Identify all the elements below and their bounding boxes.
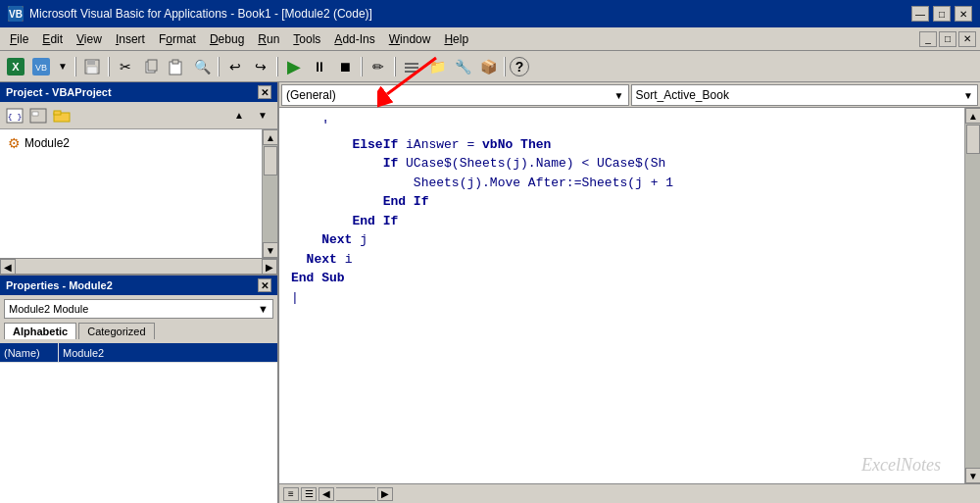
vscroll-up[interactable]: ▲ — [263, 129, 277, 145]
menu-file[interactable]: File — [4, 30, 34, 48]
project-vscrollbar[interactable]: ▲ ▼ — [262, 129, 277, 258]
project-scroll-down[interactable]: ▼ — [252, 105, 273, 126]
mdi-restore[interactable]: □ — [939, 31, 956, 47]
project-tree: ⚙ Module2 — [0, 129, 262, 258]
svg-rect-10 — [148, 60, 157, 71]
project-btn-view-form[interactable] — [27, 105, 49, 126]
sep-3 — [218, 57, 220, 76]
toolbar-pause[interactable]: ⏸ — [308, 55, 331, 78]
menu-bar: File Edit View Insert Format Debug Run T… — [0, 27, 980, 51]
props-val-name: Module2 — [59, 343, 277, 362]
toolbar-run[interactable]: ▶ — [282, 55, 306, 78]
tab-alphabetic[interactable]: Alphabetic — [4, 323, 76, 339]
props-body: Module2 Module ▼ Alphabetic Categorized — [0, 295, 277, 343]
main-layout: Project - VBAProject ✕ { } — [0, 82, 980, 503]
code-line-9: End Sub — [291, 269, 953, 288]
toolbar-copy[interactable] — [139, 55, 163, 78]
svg-text:VB: VB — [35, 63, 47, 73]
footer-icon-1[interactable]: ≡ — [283, 487, 299, 501]
hscroll-left[interactable]: ◀ — [0, 259, 16, 275]
maximize-button[interactable]: □ — [933, 6, 951, 22]
code-vscroll-track — [965, 124, 980, 468]
toolbar-undo[interactable]: ↩ — [223, 55, 247, 78]
footer-hscroll-right[interactable]: ▶ — [377, 487, 393, 501]
menu-insert[interactable]: Insert — [110, 30, 151, 48]
project-panel-close[interactable]: ✕ — [258, 85, 271, 99]
properties-panel-close[interactable]: ✕ — [258, 278, 271, 292]
code-line-5: End If — [291, 192, 953, 212]
code-area[interactable]: ' ElseIf iAnswer = vbNo Then If UCase$(S… — [279, 108, 964, 483]
window-controls[interactable]: — □ ✕ — [911, 6, 972, 22]
code-proc-dropdown[interactable]: Sort_Active_Book ▼ — [631, 84, 979, 106]
hscroll-right[interactable]: ▶ — [262, 259, 277, 275]
footer-icon-2[interactable]: ☰ — [301, 487, 317, 501]
menu-help[interactable]: Help — [438, 30, 474, 48]
toolbar-help[interactable]: ? — [510, 57, 529, 76]
tree-item-module2[interactable]: ⚙ Module2 — [4, 133, 258, 153]
tab-categorized[interactable]: Categorized — [78, 323, 154, 339]
code-vscroll-up[interactable]: ▲ — [965, 108, 980, 124]
minimize-button[interactable]: — — [911, 6, 929, 22]
menu-window[interactable]: Window — [383, 30, 437, 48]
props-object-dropdown[interactable]: Module2 Module ▼ — [4, 299, 273, 319]
toolbar-explorer[interactable]: 📁 — [425, 55, 449, 78]
code-context-dropdown[interactable]: (General) ▼ — [281, 84, 629, 106]
code-line-6: End If — [291, 212, 953, 231]
toolbar-stop[interactable]: ⏹ — [333, 55, 357, 78]
properties-panel-header: Properties - Module2 ✕ — [0, 276, 277, 295]
footer-hscroll-left[interactable]: ◀ — [318, 487, 334, 501]
code-footer: ≡ ☰ ◀ ▶ — [279, 483, 980, 503]
sep-5 — [361, 57, 363, 76]
props-row-name[interactable]: (Name) Module2 — [0, 343, 277, 363]
code-panel: (General) ▼ Sort_Active_Book ▼ ' ElseIf … — [279, 82, 980, 503]
project-panel-header: Project - VBAProject ✕ — [0, 82, 277, 102]
hscroll-track — [16, 259, 262, 274]
code-vscroll-thumb[interactable] — [966, 125, 980, 154]
project-btn-toggle-folder[interactable] — [51, 105, 73, 126]
toolbar-props[interactable] — [400, 55, 423, 78]
vscroll-down[interactable]: ▼ — [263, 242, 277, 258]
svg-text:{ }: { } — [8, 112, 22, 121]
svg-rect-15 — [405, 71, 418, 73]
toolbar-redo[interactable]: ↪ — [249, 55, 272, 78]
menu-tools[interactable]: Tools — [287, 30, 326, 48]
menu-addins[interactable]: Add-Ins — [328, 30, 380, 48]
svg-text:VB: VB — [9, 9, 23, 20]
toolbar-design[interactable]: ✏ — [367, 55, 390, 78]
menu-debug[interactable]: Debug — [204, 30, 250, 48]
code-proc-label: Sort_Active_Book — [636, 88, 729, 102]
menu-format[interactable]: Format — [153, 30, 202, 48]
code-line-4: Sheets(j).Move After:=Sheets(j + 1 — [291, 174, 953, 193]
vscroll-thumb[interactable] — [264, 146, 277, 176]
close-button[interactable]: ✕ — [955, 6, 972, 22]
properties-panel: Properties - Module2 ✕ Module2 Module ▼ … — [0, 274, 277, 503]
code-line-1: ' — [291, 116, 953, 135]
toolbar-excel-icon[interactable]: X — [4, 55, 27, 78]
toolbar: X VB ▼ ✂ 🔍 ↩ ↪ ▶ ⏸ ⏹ ✏ — [0, 51, 980, 82]
toolbar-save[interactable] — [80, 55, 104, 78]
project-scroll-up[interactable]: ▲ — [228, 105, 250, 126]
code-line-7: Next j — [291, 230, 953, 250]
mdi-close[interactable]: ✕ — [958, 31, 976, 47]
module-icon: ⚙ — [8, 135, 21, 151]
props-dropdown-text: Module2 Module — [9, 303, 88, 315]
code-line-10: | — [291, 288, 953, 308]
menu-edit[interactable]: Edit — [36, 30, 69, 48]
toolbar-find[interactable]: 🔍 — [190, 55, 214, 78]
code-vscroll-down[interactable]: ▼ — [965, 468, 980, 483]
svg-text:X: X — [12, 61, 20, 73]
toolbar-cut[interactable]: ✂ — [114, 55, 137, 78]
mdi-minimize[interactable]: _ — [919, 31, 937, 47]
code-context-arrow: ▼ — [614, 90, 624, 101]
app-icon: VB — [8, 6, 24, 22]
menu-run[interactable]: Run — [252, 30, 285, 48]
toolbar-paste[interactable] — [165, 55, 188, 78]
project-btn-view-code[interactable]: { } — [4, 105, 25, 126]
toolbar-btn-2[interactable]: VB — [29, 55, 53, 78]
toolbar-toolbox[interactable]: 🔧 — [451, 55, 474, 78]
code-vscrollbar: ▲ ▼ — [964, 108, 980, 483]
props-tabs: Alphabetic Categorized — [4, 323, 273, 339]
toolbar-refs[interactable]: 📦 — [476, 55, 500, 78]
toolbar-dropdown-1[interactable]: ▼ — [55, 55, 71, 78]
menu-view[interactable]: View — [71, 30, 108, 48]
